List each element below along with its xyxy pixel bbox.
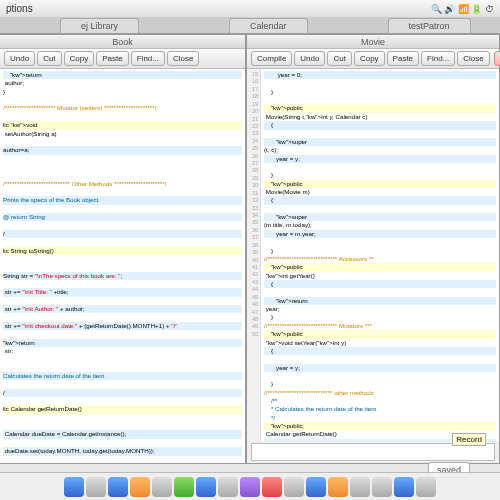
finder-icon[interactable] — [64, 477, 84, 497]
pane-book: Book Undo Cut Copy Paste Find... Close "… — [0, 34, 246, 464]
menu-left: ptions — [6, 3, 33, 14]
status-icons: 🔍 🔊 📶 🔋 ⏱ — [431, 4, 494, 14]
close-button[interactable]: Close — [457, 51, 489, 66]
window-title-left: Book — [0, 35, 245, 49]
app-icon[interactable] — [174, 477, 194, 497]
app-icon[interactable] — [350, 477, 370, 497]
copy-button[interactable]: Copy — [64, 51, 95, 66]
menu-right: 🔍 🔊 📶 🔋 ⏱ — [431, 4, 494, 14]
compile-button[interactable]: Compile — [251, 51, 292, 66]
tab-library[interactable]: ej Library — [60, 18, 139, 33]
mail-icon[interactable] — [196, 477, 216, 497]
safari-icon[interactable] — [108, 477, 128, 497]
window-title-right: Movie — [247, 35, 499, 49]
paste-button[interactable]: Paste — [387, 51, 419, 66]
cut-button[interactable]: Cut — [327, 51, 351, 66]
close-button[interactable]: Close — [167, 51, 199, 66]
source-button[interactable]: Sou — [494, 51, 500, 66]
app-icon[interactable] — [306, 477, 326, 497]
tab-testpatron[interactable]: testPatron — [388, 18, 471, 33]
tab-calendar[interactable]: Calendar — [229, 18, 308, 33]
find-button[interactable]: Find... — [421, 51, 455, 66]
code-editor-right[interactable]: 15 16 17 18 19 20 21 22 23 24 25 26 27 2… — [247, 69, 499, 441]
app-icon[interactable] — [284, 477, 304, 497]
code-editor-left[interactable]: "kw">return author; } /*****************… — [0, 69, 245, 463]
find-button[interactable]: Find... — [131, 51, 165, 66]
app-icon[interactable] — [372, 477, 392, 497]
toolbar-right: Compile Undo Cut Copy Paste Find... Clos… — [247, 49, 499, 69]
app-icon[interactable] — [130, 477, 150, 497]
toolbar-left: Undo Cut Copy Paste Find... Close — [0, 49, 245, 69]
record-tooltip: Record — [452, 433, 486, 446]
app-icon[interactable] — [86, 477, 106, 497]
dock — [0, 472, 500, 500]
undo-button[interactable]: Undo — [4, 51, 35, 66]
copy-button[interactable]: Copy — [354, 51, 385, 66]
paste-button[interactable]: Paste — [96, 51, 128, 66]
pane-movie: Movie Compile Undo Cut Copy Paste Find..… — [246, 34, 500, 464]
undo-button[interactable]: Undo — [294, 51, 325, 66]
menubar: ptions 🔍 🔊 📶 🔋 ⏱ — [0, 0, 500, 18]
app-icon[interactable] — [394, 477, 414, 497]
app-icon[interactable] — [262, 477, 282, 497]
app-icon[interactable] — [328, 477, 348, 497]
app-icon[interactable] — [240, 477, 260, 497]
app-icon[interactable] — [218, 477, 238, 497]
cut-button[interactable]: Cut — [37, 51, 61, 66]
app-icon[interactable] — [152, 477, 172, 497]
editor-panes: Book Undo Cut Copy Paste Find... Close "… — [0, 34, 500, 464]
trash-icon[interactable] — [416, 477, 436, 497]
project-tabs: ej Library Calendar testPatron — [0, 18, 500, 34]
